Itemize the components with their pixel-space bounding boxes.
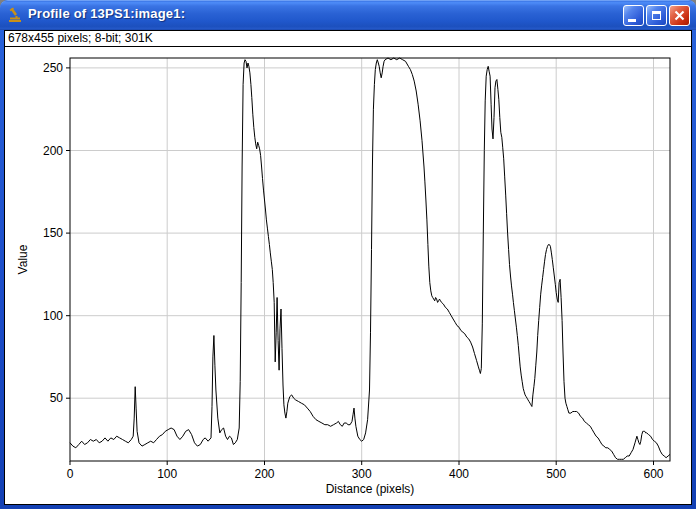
tick-marks xyxy=(66,68,654,465)
minimize-button[interactable] xyxy=(623,5,644,26)
svg-text:500: 500 xyxy=(546,467,566,481)
plot-canvas: 501001502002500100200300400500600Distanc… xyxy=(5,47,691,503)
svg-text:100: 100 xyxy=(157,467,177,481)
svg-text:250: 250 xyxy=(43,61,63,75)
x-axis-title: Distance (pixels) xyxy=(326,482,415,496)
profile-window: Profile of 13PS1:image1: 678x455 pixels;… xyxy=(0,0,696,509)
svg-text:100: 100 xyxy=(43,309,63,323)
close-button[interactable] xyxy=(669,5,690,26)
client-area: 678x455 pixels; 8-bit; 301K 501001502002… xyxy=(4,30,692,505)
minimize-icon xyxy=(628,19,636,22)
maximize-button[interactable] xyxy=(646,5,667,26)
maximize-icon xyxy=(652,11,661,20)
plot-frame xyxy=(70,58,670,461)
svg-text:200: 200 xyxy=(43,144,63,158)
profile-line xyxy=(70,58,670,459)
svg-text:400: 400 xyxy=(449,467,469,481)
window-title: Profile of 13PS1:image1: xyxy=(28,6,185,21)
svg-text:50: 50 xyxy=(50,391,64,405)
svg-text:0: 0 xyxy=(67,467,74,481)
y-tick-labels: 50100150200250 xyxy=(43,61,63,405)
x-tick-labels: 0100200300400500600 xyxy=(67,467,664,481)
svg-text:200: 200 xyxy=(254,467,274,481)
y-axis-title: Value xyxy=(16,244,30,274)
grid-lines xyxy=(70,58,670,461)
status-bar: 678x455 pixels; 8-bit; 301K xyxy=(5,31,691,47)
svg-text:300: 300 xyxy=(352,467,372,481)
profile-plot: 501001502002500100200300400500600Distanc… xyxy=(5,47,691,503)
svg-text:150: 150 xyxy=(43,226,63,240)
close-icon xyxy=(674,10,685,21)
svg-text:600: 600 xyxy=(643,467,663,481)
title-bar[interactable]: Profile of 13PS1:image1: xyxy=(0,0,696,30)
microscope-icon[interactable] xyxy=(7,7,23,23)
